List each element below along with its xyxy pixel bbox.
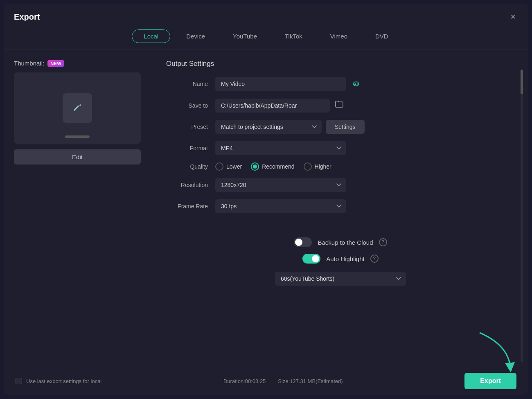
quality-recommend-label: Recommend (262, 163, 294, 170)
title-bar: Export × (4, 4, 528, 26)
name-input[interactable] (215, 77, 346, 91)
auto-highlight-toggle-thumb (312, 255, 319, 262)
frame-rate-select[interactable]: 30 fps (215, 199, 346, 213)
thumbnail-bar (65, 135, 90, 138)
tab-vimeo[interactable]: Vimeo (318, 29, 359, 43)
quality-lower-radio[interactable] (215, 162, 223, 171)
use-last-checkbox[interactable]: Use last export settings for local (16, 378, 101, 384)
tab-tiktok[interactable]: TikTok (273, 29, 314, 43)
resolution-row: Resolution 1280x720 (166, 178, 515, 192)
quality-higher-label: Higher (315, 163, 331, 170)
thumbnail-preview (14, 72, 141, 144)
preset-select[interactable]: Match to project settings (215, 120, 322, 134)
quality-recommend[interactable]: Recommend (251, 162, 294, 171)
preset-row: Preset Match to project settings Setting… (166, 120, 515, 134)
save-to-input[interactable] (215, 99, 330, 113)
use-last-checkbox-box[interactable] (16, 378, 22, 384)
tab-dvd[interactable]: DVD (363, 29, 400, 43)
resolution-select[interactable]: 1280x720 (215, 178, 346, 192)
svg-text:AI: AI (354, 82, 358, 86)
quality-lower-label: Lower (226, 163, 242, 170)
thumbnail-label: Thumbnail: NEW (14, 60, 153, 67)
format-row: Format MP4 (166, 141, 515, 155)
format-label: Format (166, 145, 215, 151)
frame-rate-label: Frame Rate (166, 203, 215, 210)
new-badge: NEW (47, 60, 64, 67)
duration-label: Duration:00:03:25 (223, 378, 266, 384)
scrollbar-thumb[interactable] (521, 70, 523, 94)
frame-rate-row: Frame Rate 30 fps (166, 199, 515, 213)
shorts-row: 60s(YouTube Shorts) (166, 272, 515, 286)
preset-label: Preset (166, 124, 215, 130)
quality-recommend-radio[interactable] (251, 162, 259, 171)
bottom-bar: Use last export settings for local Durat… (4, 367, 528, 395)
quality-row: Quality Lower Recommend Higher (166, 162, 515, 171)
preset-content: Match to project settings Settings (215, 120, 365, 134)
backup-label: Backup to the Cloud (318, 239, 373, 246)
section-divider (166, 229, 515, 229)
name-row: Name AI (166, 77, 515, 91)
backup-help-icon[interactable]: ? (379, 238, 387, 246)
quality-recommend-dot (253, 165, 257, 169)
backup-row: Backup to the Cloud ? (166, 237, 515, 247)
quality-lower[interactable]: Lower (215, 162, 242, 171)
close-button[interactable]: × (508, 11, 518, 22)
use-last-label: Use last export settings for local (26, 378, 101, 384)
backup-toggle[interactable] (294, 237, 312, 247)
edit-pencil-icon (70, 100, 85, 116)
thumbnail-icon (63, 93, 92, 123)
save-to-label: Save to (166, 102, 215, 109)
save-to-content (215, 98, 345, 113)
tab-device[interactable]: Device (174, 29, 217, 43)
tab-youtube[interactable]: YouTube (221, 29, 269, 43)
backup-toggle-thumb (295, 239, 302, 246)
dialog-title: Export (14, 12, 40, 22)
shorts-select[interactable]: 60s(YouTube Shorts) (275, 272, 406, 286)
ai-icon: AI (350, 78, 362, 90)
settings-button[interactable]: Settings (326, 120, 365, 134)
main-content: Thumbnail: NEW Edit Output Settings Name (4, 50, 528, 367)
save-to-row: Save to (166, 98, 515, 113)
quality-higher-radio[interactable] (304, 162, 312, 171)
auto-highlight-row: Auto Highlight ? (166, 254, 515, 264)
size-label: Size:127.31 MB(Estimated) (278, 378, 343, 384)
scrollbar-track (521, 70, 523, 362)
right-panel: Output Settings Name AI Save to (166, 60, 518, 367)
folder-icon (335, 100, 344, 109)
tab-bar: Local Device YouTube TikTok Vimeo DVD (4, 26, 528, 50)
format-select[interactable]: MP4 (215, 141, 346, 155)
quality-higher[interactable]: Higher (304, 162, 331, 171)
ai-name-button[interactable]: AI (350, 78, 362, 90)
edit-button[interactable]: Edit (14, 149, 141, 165)
auto-highlight-label: Auto Highlight (326, 255, 364, 262)
name-label: Name (166, 81, 215, 87)
tab-local[interactable]: Local (132, 29, 170, 43)
quality-label: Quality (166, 163, 215, 170)
bottom-info: Duration:00:03:25 Size:127.31 MB(Estimat… (223, 378, 343, 384)
export-button[interactable]: Export (464, 373, 516, 389)
auto-highlight-toggle[interactable] (302, 254, 320, 264)
quality-options: Lower Recommend Higher (215, 162, 331, 171)
folder-button[interactable] (333, 98, 345, 113)
auto-highlight-help-icon[interactable]: ? (370, 255, 379, 263)
output-settings-title: Output Settings (166, 60, 515, 68)
resolution-label: Resolution (166, 182, 215, 188)
export-dialog: Export × Local Device YouTube TikTok Vim… (4, 4, 528, 395)
left-panel: Thumbnail: NEW Edit (14, 60, 153, 367)
